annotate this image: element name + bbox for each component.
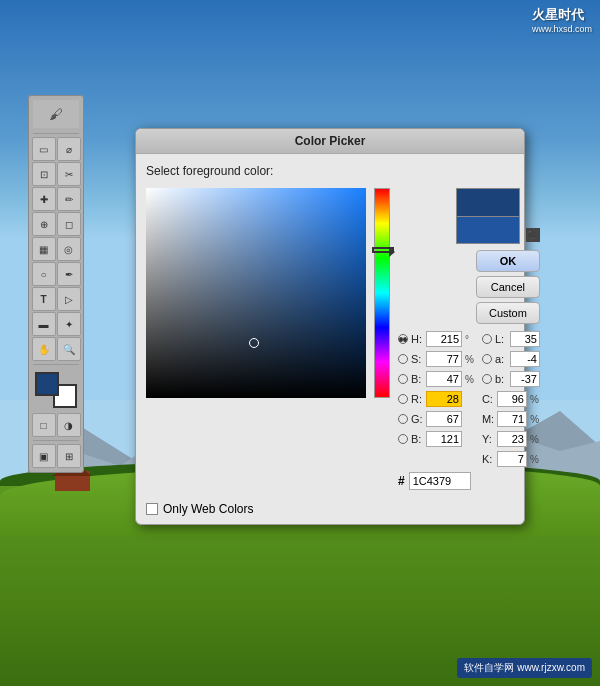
- tool-std-mode[interactable]: □: [32, 413, 56, 437]
- tool-row-1: ▭ ⌀: [32, 137, 81, 161]
- s-row: S: %: [398, 350, 474, 368]
- m-input[interactable]: [497, 411, 527, 427]
- color-gradient-field[interactable]: [146, 188, 366, 398]
- h-row: H: °: [398, 330, 474, 348]
- dialog-label: Select foreground color:: [146, 164, 514, 178]
- radio-b[interactable]: [398, 374, 408, 384]
- s-input[interactable]: [426, 351, 462, 367]
- b3-label: b:: [495, 373, 507, 385]
- y-unit: %: [530, 434, 539, 445]
- tool-row-8: ▬ ✦: [32, 312, 81, 336]
- b3-input[interactable]: [510, 371, 540, 387]
- tool-row-9: ✋ 🔍: [32, 337, 81, 361]
- tool-blur[interactable]: ◎: [57, 237, 81, 261]
- b3-row: b:: [482, 370, 540, 388]
- tool-gradient[interactable]: ▦: [32, 237, 56, 261]
- radio-a[interactable]: [482, 354, 492, 364]
- a-row: a:: [482, 350, 540, 368]
- b2-row: B:: [398, 430, 474, 448]
- y-label: Y:: [482, 433, 494, 445]
- tool-select[interactable]: ▷: [57, 287, 81, 311]
- gamut-warning-icon: ⬛: [526, 228, 540, 242]
- r-label: R:: [411, 393, 423, 405]
- color-picker-dialog: Color Picker Select foreground color:: [135, 128, 525, 525]
- tool-row-screen: ▣ ⊞: [32, 444, 81, 468]
- tool-zoom[interactable]: 🔍: [57, 337, 81, 361]
- tool-row-modes: □ ◑: [32, 413, 81, 437]
- b-input[interactable]: [426, 371, 462, 387]
- toolbar-divider-2: [33, 364, 79, 365]
- tool-marquee-lasso[interactable]: ⌀: [57, 137, 81, 161]
- cancel-button[interactable]: Cancel: [476, 276, 540, 298]
- l-input[interactable]: [510, 331, 540, 347]
- color-preview-current: [456, 216, 520, 244]
- tool-row-6: ○ ✒: [32, 262, 81, 286]
- r-input[interactable]: [426, 391, 462, 407]
- g-input[interactable]: [426, 411, 462, 427]
- s-label: S:: [411, 353, 423, 365]
- radio-b3[interactable]: [482, 374, 492, 384]
- ok-button[interactable]: OK: [476, 250, 540, 272]
- g-row: G:: [398, 410, 474, 428]
- color-preview-new: [456, 188, 520, 216]
- a-input[interactable]: [510, 351, 540, 367]
- b-row: B: %: [398, 370, 474, 388]
- fg-color-swatch[interactable]: [35, 372, 59, 396]
- tool-row-3: ✚ ✏: [32, 187, 81, 211]
- web-colors-label: Only Web Colors: [163, 502, 253, 516]
- c-input[interactable]: [497, 391, 527, 407]
- tool-dodge[interactable]: ○: [32, 262, 56, 286]
- k-input[interactable]: [497, 451, 527, 467]
- web-colors-checkbox[interactable]: [146, 503, 158, 515]
- hue-slider[interactable]: [374, 188, 390, 398]
- radio-l[interactable]: [482, 334, 492, 344]
- tool-pen[interactable]: ✒: [57, 262, 81, 286]
- color-swatch-area: [33, 370, 79, 410]
- radio-s[interactable]: [398, 354, 408, 364]
- buttons-col: OK Cancel Custom: [476, 250, 540, 324]
- b2-label: B:: [411, 433, 423, 445]
- tool-quick-mask[interactable]: ◑: [57, 413, 81, 437]
- tool-clone[interactable]: ⊕: [32, 212, 56, 236]
- hex-input[interactable]: [409, 472, 471, 490]
- tool-marquee-rect[interactable]: ▭: [32, 137, 56, 161]
- b-unit: %: [465, 374, 474, 385]
- c-row: C: %: [482, 390, 540, 408]
- custom-button[interactable]: Custom: [476, 302, 540, 324]
- hue-slider-container: [374, 188, 390, 490]
- tool-slice[interactable]: ✂: [57, 162, 81, 186]
- tool-eraser[interactable]: ◻: [57, 212, 81, 236]
- b2-input[interactable]: [426, 431, 462, 447]
- tool-shape[interactable]: ▬: [32, 312, 56, 336]
- bottom-branding: 软件自学网 www.rjzxw.com: [457, 658, 592, 678]
- photoshop-toolbar: 🖌 ▭ ⌀ ⊡ ✂ ✚ ✏ ⊕ ◻ ▦ ◎ ○ ✒ T ▷ ▬ ✦ ✋ 🔍: [28, 95, 84, 473]
- tool-row-7: T ▷: [32, 287, 81, 311]
- dialog-title: Color Picker: [295, 134, 366, 148]
- tool-hand[interactable]: ✋: [32, 337, 56, 361]
- color-black-overlay: [146, 188, 366, 398]
- y-input[interactable]: [497, 431, 527, 447]
- color-fields-group: H: ° S: % B:: [398, 330, 540, 468]
- tool-healing[interactable]: ✚: [32, 187, 56, 211]
- h-input[interactable]: [426, 331, 462, 347]
- m-label: M:: [482, 413, 494, 425]
- tool-eyedropper[interactable]: ✦: [57, 312, 81, 336]
- tool-crop[interactable]: ⊡: [32, 162, 56, 186]
- tool-brush[interactable]: ✏: [57, 187, 81, 211]
- l-label: L:: [495, 333, 507, 345]
- tool-screen-mode2[interactable]: ⊞: [57, 444, 81, 468]
- button-group: OK Cancel Custom: [398, 250, 540, 324]
- top-branding: 火星时代 www.hxsd.com: [532, 6, 592, 34]
- radio-h[interactable]: [398, 334, 408, 344]
- k-unit: %: [530, 454, 539, 465]
- toolbar-divider-3: [33, 440, 79, 441]
- hex-row: #: [398, 472, 540, 490]
- radio-r[interactable]: [398, 394, 408, 404]
- h-unit: °: [465, 334, 473, 345]
- r-row: R:: [398, 390, 474, 408]
- brush-preview: 🖌: [33, 100, 79, 128]
- tool-type[interactable]: T: [32, 287, 56, 311]
- tool-screen-mode[interactable]: ▣: [32, 444, 56, 468]
- radio-g[interactable]: [398, 414, 408, 424]
- radio-b2[interactable]: [398, 434, 408, 444]
